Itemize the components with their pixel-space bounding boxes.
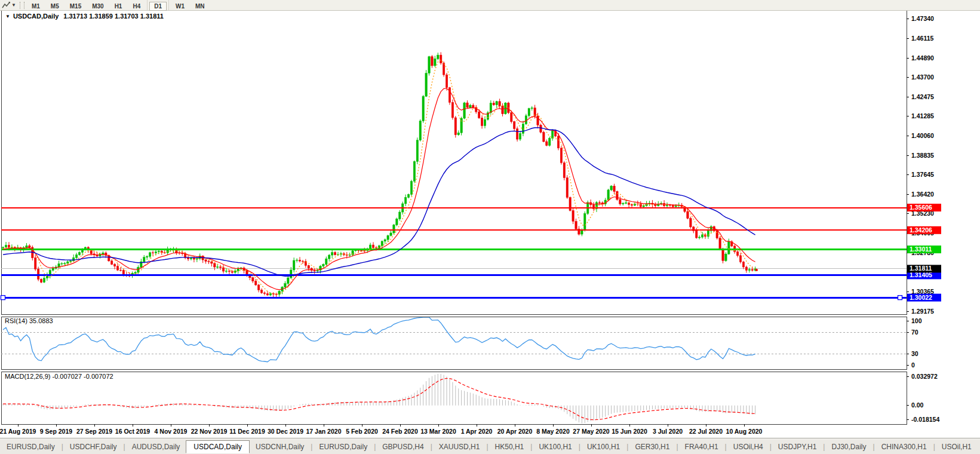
candle-body [698,237,700,238]
tab-audusd-daily[interactable]: AUDUSD,Daily [126,441,186,453]
tab-usdcnh-daily[interactable]: USDCNH,Daily [250,441,310,453]
candle-body [325,259,327,265]
candle-body [514,122,515,129]
price-tick-label: 1.38835 [911,152,934,159]
tab-china300-h1[interactable]: CHINA300,H1 [875,441,933,453]
candle-body [478,112,480,118]
candle-body [70,261,72,262]
timeframe-button-h4[interactable]: H4 [128,2,145,11]
candle-body [742,262,744,267]
chart-tool-icon[interactable] [1,1,11,10]
timeframe-button-d1[interactable]: D1 [149,2,167,11]
candle-body [549,138,551,145]
tab-dj30-daily[interactable]: DJ30,Daily [825,441,872,453]
candle-body [266,293,268,295]
timeframe-button-m5[interactable]: M5 [46,2,64,11]
price-tick-label: 1.47340 [911,15,934,22]
candle-body [454,118,456,135]
candle-body [502,106,503,114]
tab-fra40-h1[interactable]: FRA40,H1 [679,441,724,453]
candle-body [284,284,286,287]
candle-body [631,204,632,205]
chart-canvas[interactable]: 1.473401.461151.448901.437001.424751.412… [0,0,980,454]
candle-body [328,255,330,259]
date-label: 21 Aug 2019 [0,428,36,435]
tab-usdjpy-h1[interactable]: USDJPY,H1 [772,441,822,453]
tab-ger30-h1[interactable]: GER30,H1 [629,441,675,453]
candle-body [252,278,254,281]
macd-pane-frame [1,372,907,424]
candle-body [440,55,442,63]
timeframe-button-m15[interactable]: M15 [65,2,86,11]
macd-histogram [3,374,755,424]
candle-body [413,161,415,181]
candle-body [119,270,121,271]
candle-body [43,278,45,283]
title-caret-icon[interactable]: ▼ [5,14,10,19]
candle-body [410,181,412,194]
rsi-tick-label: 30 [911,350,918,357]
tab-usdcad-daily[interactable]: USDCAD,Daily [186,440,250,453]
tab-gbpusd-h4[interactable]: GBPUSD,H4 [376,441,429,453]
candle-body [736,251,738,255]
candle-body [481,118,483,125]
timeframe-button-m1[interactable]: M1 [27,2,45,11]
tab-uk100-h1[interactable]: UK100,H1 [533,441,577,453]
tab-usoil-h1[interactable]: USOil,H1 [936,441,978,453]
timeframe-button-m30[interactable]: M30 [87,2,108,11]
candle-body [466,103,468,108]
candle-body [751,269,753,270]
candle-body [260,290,262,293]
macd-signal-line [3,378,755,419]
rsi-tick-label: 0 [911,361,915,369]
timeframe-button-h1[interactable]: H1 [110,2,127,11]
candle-body [211,262,213,263]
candle-body [396,219,398,225]
candle-body [152,253,153,253]
tab-usoil-h4[interactable]: USOil,H4 [727,441,769,453]
caret-down-icon[interactable]: ▼ [11,2,16,8]
candle-body [707,231,709,237]
tab-hk50-h1[interactable]: HK50,H1 [489,441,530,453]
date-label: 20 Apr 2020 [497,428,533,435]
timeframe-button-mn[interactable]: MN [191,2,210,11]
ma-mid-line [3,88,755,290]
hline-handle[interactable] [898,296,902,300]
candle-body [696,231,698,238]
candle-body [516,128,518,139]
candle-body [214,263,216,267]
rsi-pane-frame [1,317,907,369]
candle-body [446,75,447,88]
candle-body [225,271,227,272]
candle-body [425,73,427,97]
tab-xauusd-h1[interactable]: XAUUSD,H1 [433,441,486,453]
timeframe-button-w1[interactable]: W1 [171,2,189,11]
candle-body [299,260,300,261]
hline-handle[interactable] [1,296,5,300]
candle-body [531,108,533,109]
candle-body [369,245,371,249]
candle-body [428,57,430,73]
tab-eurusd-daily[interactable]: EURUSD,Daily [313,441,373,453]
candle-body [257,285,259,290]
candle-body [493,103,494,105]
candle-body [469,105,471,108]
tab-uk100-h1[interactable]: UK100,H1 [581,441,626,453]
candle-body [73,257,75,261]
candle-body [511,113,512,122]
candle-body [35,258,36,269]
candle-body [116,266,118,270]
last-trade-marker [755,269,758,271]
date-label: 4 Nov 2019 [155,428,188,435]
tab-usdchf-daily[interactable]: USDCHF,Daily [64,441,123,453]
toolbar-separator [168,0,169,10]
candle-body [322,265,324,266]
tab-eurusd-daily[interactable]: EURUSD,Daily [1,441,61,453]
hline-label-1.33011-text: 1.33011 [910,246,932,253]
price-tick-label: 1.41285 [911,112,934,119]
candle-body [78,252,80,254]
candle-body [237,269,239,271]
ma-slow-line [3,128,755,277]
candle-body [287,278,289,284]
candle-body [208,261,210,262]
